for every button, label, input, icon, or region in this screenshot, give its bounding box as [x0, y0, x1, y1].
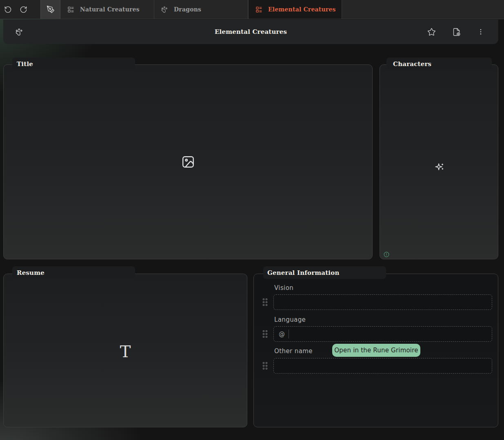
- page-paw-button[interactable]: [16, 28, 23, 36]
- characters-block-tag[interactable]: Characters: [386, 57, 492, 70]
- undo-button[interactable]: [4, 6, 12, 13]
- sparkles-icon: [434, 161, 445, 172]
- app-window: Natural Creatures Dragons Elemental Crea…: [0, 0, 504, 440]
- tab-label: Dragons: [174, 6, 201, 13]
- text-placeholder-icon: T: [120, 343, 131, 360]
- add-page-button[interactable]: [452, 28, 461, 36]
- pen-tool-button[interactable]: [40, 0, 60, 19]
- resume-block-tag[interactable]: Resume: [12, 266, 135, 279]
- star-icon: [427, 28, 436, 36]
- other-name-drag-handle[interactable]: [263, 362, 267, 369]
- tab-natural-creatures[interactable]: Natural Creatures: [60, 0, 154, 19]
- resume-block-label: Resume: [17, 269, 44, 276]
- general-info-block-label: General Information: [267, 269, 340, 276]
- characters-block-label: Characters: [393, 60, 431, 68]
- other-name-label: Other name: [274, 347, 313, 355]
- tab-dragons[interactable]: Dragons: [154, 0, 248, 19]
- language-label: Language: [274, 316, 306, 323]
- layout-list-icon: [67, 6, 74, 13]
- redo-icon: [20, 6, 27, 13]
- vision-drag-handle[interactable]: [263, 298, 267, 306]
- info-circle-icon: [384, 252, 389, 257]
- tab-elemental-creatures[interactable]: Elemental Creatures: [248, 0, 342, 19]
- other-name-input[interactable]: [273, 358, 492, 374]
- tab-label: Elemental Creatures: [268, 6, 336, 13]
- title-image-dropzone[interactable]: [3, 64, 373, 259]
- kebab-menu-icon: [477, 28, 484, 35]
- favorite-button[interactable]: [427, 28, 436, 36]
- paw-icon: [16, 28, 23, 36]
- characters-block[interactable]: [380, 64, 498, 259]
- title-block-tag[interactable]: Title: [12, 57, 135, 70]
- history-group: [0, 0, 40, 19]
- page-header: Elemental Creatures: [3, 20, 498, 44]
- tab-label: Natural Creatures: [80, 6, 140, 13]
- at-sign-icon: @: [278, 330, 285, 338]
- paw-icon: [161, 6, 168, 13]
- open-rune-grimoire-label: Open in the Rune Grimoire: [334, 347, 418, 354]
- title-block-label: Title: [17, 60, 33, 68]
- vision-input[interactable]: [273, 294, 492, 310]
- vision-label: Vision: [274, 284, 293, 292]
- redo-button[interactable]: [20, 6, 27, 13]
- toolbar-spacer: [342, 0, 504, 19]
- ai-sparkles-button[interactable]: [434, 161, 445, 172]
- more-options-button[interactable]: [477, 28, 484, 35]
- resume-text-area[interactable]: T: [3, 274, 247, 427]
- info-button[interactable]: [384, 252, 389, 257]
- open-rune-grimoire-button[interactable]: Open in the Rune Grimoire: [332, 344, 420, 357]
- language-drag-handle[interactable]: [263, 330, 267, 338]
- undo-icon: [4, 6, 12, 13]
- language-input[interactable]: @: [273, 326, 492, 342]
- input-divider: [289, 329, 289, 338]
- header-actions: [427, 28, 484, 36]
- file-plus-icon: [452, 28, 461, 36]
- pen-tool-icon: [47, 5, 55, 13]
- layout-list-icon: [255, 6, 262, 13]
- image-placeholder-icon: [181, 155, 195, 169]
- page-title: Elemental Creatures: [3, 28, 498, 35]
- top-toolbar: Natural Creatures Dragons Elemental Crea…: [0, 0, 504, 19]
- general-info-block-tag[interactable]: General Information: [263, 266, 386, 279]
